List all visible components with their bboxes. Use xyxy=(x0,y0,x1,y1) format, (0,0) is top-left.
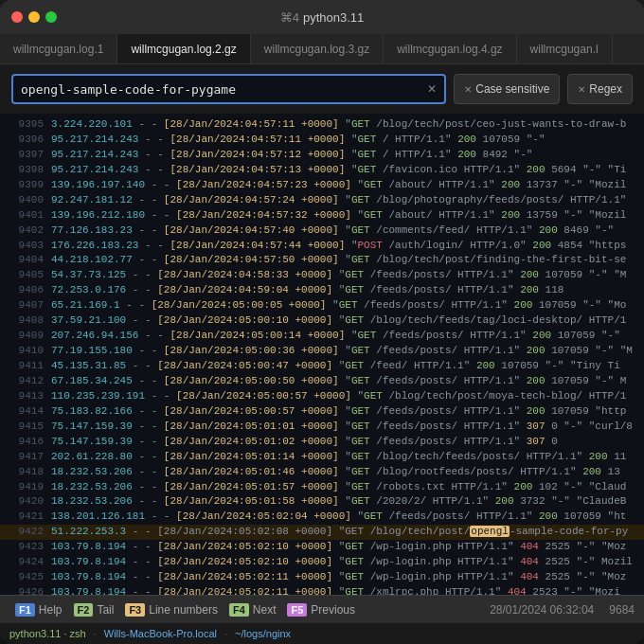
search-clear-icon[interactable]: ✕ xyxy=(427,82,437,96)
previous-badge: F5 xyxy=(287,603,307,617)
terminal-separator: · xyxy=(94,628,97,639)
previous-status-item[interactable]: F5 Previous xyxy=(281,603,361,617)
tab-log4[interactable]: willmcgugan.log.4.gz xyxy=(384,34,516,64)
status-bar: F1 Help F2 Tail F3 Line numbers F4 Next … xyxy=(0,595,644,623)
log-row: 940554.37.73.125 - - [28/Jan/2024:04:58:… xyxy=(0,268,644,283)
log-row: 9413110.235.239.191 - - [28/Jan/2024:05:… xyxy=(0,389,644,404)
log-text: 103.79.8.194 - - [28/Jan/2024:05:02:11 +… xyxy=(51,585,620,595)
line-number: 9414 xyxy=(8,404,44,420)
log-text: 95.217.214.243 - - [28/Jan/2024:04:57:12… xyxy=(51,148,532,163)
log-row: 941145.135.31.85 - - [28/Jan/2024:05:00:… xyxy=(0,359,644,374)
log-text: 18.232.53.206 - - [28/Jan/2024:05:01:46 … xyxy=(51,465,620,480)
case-sensitive-button[interactable]: ✕ Case sensitive xyxy=(454,74,560,104)
tail-badge: F2 xyxy=(74,603,94,617)
log-row: 9421138.201.126.181 - - [28/Jan/2024:05:… xyxy=(0,510,644,525)
next-status-item[interactable]: F4 Next xyxy=(224,603,282,617)
line-number: 9396 xyxy=(8,133,44,148)
log-row: 9399139.196.197.140 - - [28/Jan/2024:04:… xyxy=(0,178,644,193)
log-row: 942251.222.253.3 - - [28/Jan/2024:05:02:… xyxy=(0,525,644,540)
line-number: 9399 xyxy=(8,178,44,193)
tab-log1[interactable]: willmcgugan.log.1 xyxy=(0,34,117,64)
log-text: 77.126.183.23 - - [28/Jan/2024:04:57:40 … xyxy=(51,224,614,239)
log-row: 941818.232.53.206 - - [28/Jan/2024:05:01… xyxy=(0,465,644,480)
log-row: 9403176.226.183.23 - - [28/Jan/2024:04:5… xyxy=(0,239,644,254)
line-number: 9412 xyxy=(8,374,44,389)
main-window: ⌘4python3.11 willmcgugan.log.1 willmcgug… xyxy=(0,0,644,644)
log-text: 207.246.94.156 - - [28/Jan/2024:05:00:14… xyxy=(51,329,620,344)
log-row: 942018.232.53.206 - - [28/Jan/2024:05:01… xyxy=(0,494,644,510)
tab-log2[interactable]: willmcgugan.log.2.gz xyxy=(117,34,250,64)
line-number: 9418 xyxy=(8,465,44,480)
log-text: 138.201.126.181 - - [28/Jan/2024:05:02:0… xyxy=(51,510,626,525)
log-text: 139.196.212.180 - - [28/Jan/2024:04:57:3… xyxy=(51,208,626,224)
line-number: 9402 xyxy=(8,224,44,239)
log-text: 45.135.31.85 - - [28/Jan/2024:05:00:47 +… xyxy=(51,359,620,374)
log-row: 9424103.79.8.194 - - [28/Jan/2024:05:02:… xyxy=(0,555,644,570)
tab-log5[interactable]: willmcgugan.l xyxy=(517,34,613,64)
line-number: 9411 xyxy=(8,359,44,374)
log-text: 75.183.82.166 - - [28/Jan/2024:05:00:57 … xyxy=(51,404,626,420)
log-text: 95.217.214.243 - - [28/Jan/2024:04:57:13… xyxy=(51,163,626,178)
log-row: 941575.147.159.39 - - [28/Jan/2024:05:01… xyxy=(0,420,644,435)
log-row: 9401139.196.212.180 - - [28/Jan/2024:04:… xyxy=(0,208,644,224)
line-number: 9405 xyxy=(8,268,44,283)
log-row: 940765.21.169.1 - - [28/Jan/2024:05:00:0… xyxy=(0,298,644,313)
line-number: 9401 xyxy=(8,208,44,224)
terminal-path: ~/logs/nginx xyxy=(235,628,291,639)
line-number: 9406 xyxy=(8,283,44,298)
line-numbers-label: Line numbers xyxy=(149,603,218,617)
log-row: 940672.253.0.176 - - [28/Jan/2024:04:59:… xyxy=(0,283,644,298)
line-count-label: 9684 xyxy=(609,603,635,617)
log-row: 940444.218.102.77 - - [28/Jan/2024:04:57… xyxy=(0,253,644,268)
help-badge: F1 xyxy=(15,603,35,617)
log-text: 65.21.169.1 - - [28/Jan/2024:05:00:05 +0… xyxy=(51,298,626,313)
line-numbers-status-item[interactable]: F3 Line numbers xyxy=(119,603,224,617)
help-status-item[interactable]: F1 Help xyxy=(9,603,68,617)
line-number: 9415 xyxy=(8,420,44,435)
log-row: 940092.247.181.12 - - [28/Jan/2024:04:57… xyxy=(0,193,644,208)
regex-button[interactable]: ✕ Regex xyxy=(567,74,633,104)
log-text: 67.185.34.245 - - [28/Jan/2024:05:00:50 … xyxy=(51,374,626,389)
log-text: 44.218.102.77 - - [28/Jan/2024:04:57:50 … xyxy=(51,253,626,268)
help-label: Help xyxy=(39,603,63,617)
log-row: 9426103.79.8.194 - - [28/Jan/2024:05:02:… xyxy=(0,585,644,595)
log-row: 93953.224.220.101 - - [28/Jan/2024:04:57… xyxy=(0,117,644,133)
line-number: 9403 xyxy=(8,239,44,254)
traffic-lights xyxy=(11,11,57,23)
log-text: 18.232.53.206 - - [28/Jan/2024:05:01:57 … xyxy=(51,480,626,495)
close-button[interactable] xyxy=(11,11,23,23)
terminal-host: Wills-MacBook-Pro.local xyxy=(104,628,217,639)
log-text: 51.222.253.3 - - [28/Jan/2024:05:02:08 +… xyxy=(51,525,628,540)
log-row: 9425103.79.8.194 - - [28/Jan/2024:05:02:… xyxy=(0,570,644,585)
log-row: 939795.217.214.243 - - [28/Jan/2024:04:5… xyxy=(0,148,644,163)
log-row: 941267.185.34.245 - - [28/Jan/2024:05:00… xyxy=(0,374,644,389)
log-text: 3.224.220.101 - - [28/Jan/2024:04:57:11 … xyxy=(51,117,626,133)
log-text: 103.79.8.194 - - [28/Jan/2024:05:02:10 +… xyxy=(51,555,633,570)
line-number: 9398 xyxy=(8,163,44,178)
log-text: 37.59.21.100 - - [28/Jan/2024:05:00:10 +… xyxy=(51,313,626,329)
log-text: 139.196.197.140 - - [28/Jan/2024:04:57:2… xyxy=(51,178,626,193)
line-number: 9425 xyxy=(8,570,44,585)
tab-log3[interactable]: willmcgugan.log.3.gz xyxy=(251,34,384,64)
log-row: 941077.19.155.180 - - [28/Jan/2024:05:00… xyxy=(0,344,644,359)
window-title: ⌘4python3.11 xyxy=(280,10,365,25)
line-number: 9423 xyxy=(8,540,44,555)
minimize-button[interactable] xyxy=(28,11,40,23)
line-number: 9400 xyxy=(8,193,44,208)
line-number: 9407 xyxy=(8,298,44,313)
search-input[interactable] xyxy=(21,82,427,97)
log-row: 9423103.79.8.194 - - [28/Jan/2024:05:02:… xyxy=(0,540,644,555)
log-text: 54.37.73.125 - - [28/Jan/2024:04:58:33 +… xyxy=(51,268,626,283)
log-row: 939895.217.214.243 - - [28/Jan/2024:04:5… xyxy=(0,163,644,178)
maximize-button[interactable] xyxy=(45,11,57,23)
log-text: 202.61.228.80 - - [28/Jan/2024:05:01:14 … xyxy=(51,450,626,465)
log-content: 93953.224.220.101 - - [28/Jan/2024:04:57… xyxy=(0,114,644,595)
line-number: 9424 xyxy=(8,555,44,570)
tail-status-item[interactable]: F2 Tail xyxy=(68,603,120,617)
line-number: 9410 xyxy=(8,344,44,359)
tail-label: Tail xyxy=(97,603,114,617)
log-row: 941475.183.82.166 - - [28/Jan/2024:05:00… xyxy=(0,404,644,420)
titlebar: ⌘4python3.11 xyxy=(0,0,644,34)
line-number: 9395 xyxy=(8,117,44,133)
next-label: Next xyxy=(253,603,277,617)
